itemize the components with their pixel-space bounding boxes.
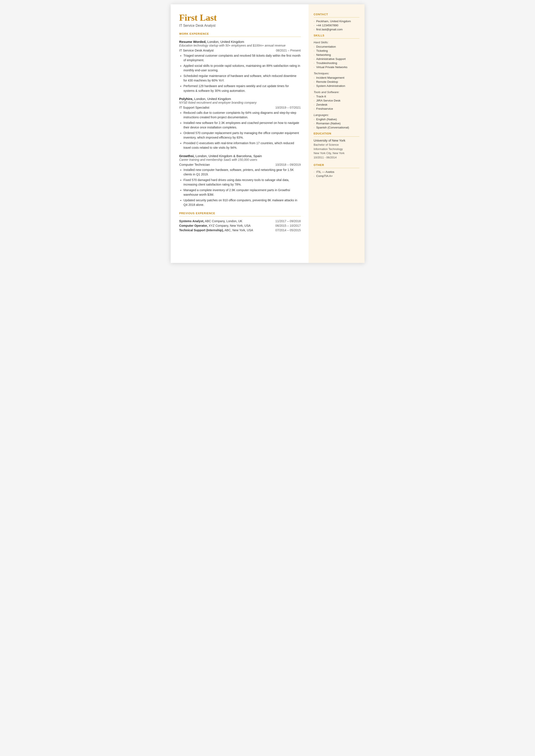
- role-row-3: Computer Technician 10/2018 – 09/2019: [179, 163, 301, 166]
- contact-item-1: +44 1234567890: [314, 24, 359, 27]
- role-title-2: IT Support Specialist: [179, 106, 210, 109]
- prev-title-1: Systems Analyst, ABC Company, London, UK: [179, 219, 242, 223]
- hard-skill-4: Troubleshooting: [314, 61, 359, 65]
- prev-title-2: Computer Operator, XYZ Company, New York…: [179, 224, 251, 227]
- role-row-2: IT Support Specialist 10/2019 – 07/2021: [179, 106, 301, 109]
- edu-field: Information Technology: [314, 147, 359, 151]
- prev-title-3: Technical Support (Internship), ABC, New…: [179, 228, 253, 232]
- language-2: Spanish (Conversational): [314, 126, 359, 129]
- other-list: ITIL — Axelos CompTIA A+: [314, 170, 359, 178]
- hard-skill-1: Ticketing: [314, 49, 359, 52]
- bullet-3-3: Managed a complete inventory of 2.9K com…: [183, 188, 301, 197]
- contact-heading: CONTACT: [314, 13, 359, 16]
- tools-list: Track-It JIRA Service Desk Zendesk Fresh…: [314, 95, 359, 110]
- tool-0: Track-It: [314, 95, 359, 98]
- work-experience-divider: [179, 37, 301, 37]
- role-date-1: 08/2021 – Present: [276, 49, 300, 52]
- work-experience-heading: WORK EXPERIENCE: [179, 32, 301, 35]
- hard-skill-3: Administrative Support: [314, 57, 359, 61]
- language-1: Romanian (Native): [314, 122, 359, 125]
- languages-label: Languages:: [314, 113, 359, 117]
- technique-1: Remote Desktop: [314, 80, 359, 83]
- bullet-3-1: Installed new computer hardware, softwar…: [183, 168, 301, 177]
- contact-divider: [314, 17, 359, 17]
- company-name-2: Polyhire, London, United Kingdom: [179, 97, 301, 101]
- bullet-2-1: Reduced calls due to customer complaints…: [183, 111, 301, 120]
- candidate-title: IT Service Desk Analyst: [179, 24, 301, 28]
- other-heading: OTHER: [314, 164, 359, 167]
- other-item-0: ITIL — Axelos: [314, 170, 359, 174]
- hard-skill-5: Virtual Private Networks: [314, 66, 359, 69]
- candidate-name: First Last: [179, 13, 301, 23]
- contact-list: Peckham, United Kingdom +44 1234567890 f…: [314, 20, 359, 31]
- technique-2: System Administration: [314, 84, 359, 88]
- other-item-1: CompTIA A+: [314, 174, 359, 178]
- prev-experience-heading: PREVIOUS EXPERIENCE: [179, 212, 301, 215]
- role-title-3: Computer Technician: [179, 163, 210, 166]
- education-divider: [314, 136, 359, 137]
- company-block-3: Growthsi, London, United Kingdom & Barce…: [179, 154, 301, 207]
- skills-heading: SKILLS: [314, 34, 359, 37]
- company-block-1: Resume Worded, London, United Kingdom Ed…: [179, 40, 301, 93]
- tools-label: Tools and Software:: [314, 91, 359, 94]
- bullet-list-1: Triaged several customer complaints and …: [179, 53, 301, 93]
- bullet-list-2: Reduced calls due to customer complaints…: [179, 111, 301, 150]
- techniques-label: Techniques:: [314, 72, 359, 75]
- role-date-2: 10/2019 – 07/2021: [275, 106, 300, 109]
- left-column: First Last IT Service Desk Analyst WORK …: [171, 4, 309, 263]
- hard-skill-0: Documentation: [314, 45, 359, 48]
- role-title-1: IT Service Desk Analyst: [179, 48, 214, 52]
- company-desc-3: Career training and membership SaaS with…: [179, 158, 301, 161]
- right-column: CONTACT Peckham, United Kingdom +44 1234…: [309, 4, 365, 263]
- contact-item-0: Peckham, United Kingdom: [314, 20, 359, 23]
- bullet-1-2: Applied social skills to provide rapid s…: [183, 64, 301, 72]
- resume-container: First Last IT Service Desk Analyst WORK …: [171, 4, 365, 263]
- contact-item-2: first.last@gmail.com: [314, 28, 359, 31]
- bullet-1-1: Triaged several customer complaints and …: [183, 53, 301, 63]
- tool-2: Zendesk: [314, 103, 359, 106]
- prev-date-1: 11/2017 – 09/2018: [275, 219, 300, 223]
- bullet-2-4: Provided C-executives with real-time inf…: [183, 141, 301, 150]
- prev-date-2: 06/2015 – 10/2017: [275, 224, 300, 227]
- edu-location: New York City, New York: [314, 151, 359, 155]
- techniques-list: Incident Management Remote Desktop Syste…: [314, 76, 359, 88]
- company-name-1: Resume Worded, London, United Kingdom: [179, 40, 301, 44]
- prev-date-3: 07/2014 – 05/2015: [275, 228, 300, 232]
- edu-degree: Bachelor of Science: [314, 143, 359, 147]
- tool-3: Freshservice: [314, 107, 359, 110]
- education-heading: EDUCATION: [314, 132, 359, 135]
- hard-skills-list: Documentation Ticketing Networking Admin…: [314, 45, 359, 69]
- edu-school: University of New York: [314, 139, 359, 142]
- languages-list: English (Native) Romanian (Native) Spani…: [314, 118, 359, 129]
- prev-row-3: Technical Support (Internship), ABC, New…: [179, 228, 301, 232]
- bullet-3-2: Fixed 570 damaged hard drives using data…: [183, 178, 301, 187]
- prev-row-2: Computer Operator, XYZ Company, New York…: [179, 224, 301, 227]
- company-block-2: Polyhire, London, United Kingdom NYSE-li…: [179, 97, 301, 150]
- company-desc-2: NYSE-listed recruitment and employer bra…: [179, 101, 301, 104]
- language-0: English (Native): [314, 118, 359, 121]
- bullet-2-3: Ordered 570 computer replacement parts b…: [183, 131, 301, 140]
- role-date-3: 10/2018 – 09/2019: [275, 163, 300, 166]
- hard-skills-label: Hard Skills:: [314, 41, 359, 44]
- bullet-1-3: Scheduled regular maintenance of hardwar…: [183, 74, 301, 83]
- bullet-list-3: Installed new computer hardware, softwar…: [179, 168, 301, 207]
- skills-divider: [314, 38, 359, 39]
- edu-dates: 10/2011 - 06/2014: [314, 155, 359, 160]
- technique-0: Incident Management: [314, 76, 359, 79]
- tool-1: JIRA Service Desk: [314, 99, 359, 102]
- company-name-3: Growthsi, London, United Kingdom & Barce…: [179, 154, 301, 158]
- prev-experience-divider: [179, 216, 301, 216]
- bullet-2-2: Installed new software for 2.3K employee…: [183, 121, 301, 130]
- company-desc-1: Education technology startup with 50+ em…: [179, 44, 301, 47]
- prev-row-1: Systems Analyst, ABC Company, London, UK…: [179, 219, 301, 223]
- bullet-1-4: Performed 129 hardware and software repa…: [183, 84, 301, 93]
- hard-skill-2: Networking: [314, 53, 359, 56]
- role-row-1: IT Service Desk Analyst 08/2021 – Presen…: [179, 48, 301, 52]
- bullet-3-4: Updated security patches on 910 office c…: [183, 198, 301, 207]
